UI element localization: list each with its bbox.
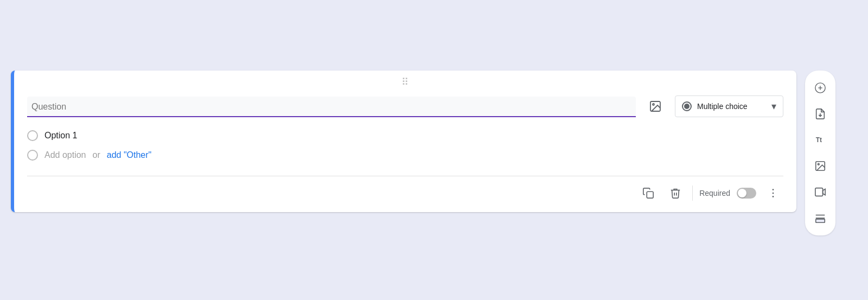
required-toggle-wrapper[interactable] [737, 188, 756, 199]
copy-button[interactable] [638, 183, 659, 203]
svg-point-4 [773, 192, 774, 194]
add-option-row[interactable]: Add option or add "Other" [27, 145, 783, 165]
question-type-selector[interactable]: Multiple choice ▾ [675, 95, 783, 117]
or-label: or [93, 150, 100, 160]
svg-rect-13 [815, 188, 823, 196]
add-question-button[interactable] [808, 76, 832, 100]
add-other-link[interactable]: add "Other" [107, 150, 152, 160]
option-row-1: Option 1 [27, 126, 783, 145]
svg-rect-2 [647, 192, 653, 198]
required-label: Required [699, 189, 730, 197]
toggle-knob [738, 189, 746, 197]
add-option-label[interactable]: Add option [44, 150, 86, 160]
svg-point-5 [773, 196, 774, 197]
option-radio-1 [27, 130, 38, 141]
add-image-button[interactable] [808, 154, 832, 178]
add-video-button[interactable] [808, 180, 832, 204]
add-option-radio [27, 150, 38, 161]
required-toggle[interactable] [737, 188, 756, 199]
delete-button[interactable] [665, 183, 686, 203]
question-input[interactable] [27, 97, 636, 116]
type-selector-label: Multiple choice [697, 102, 766, 111]
radio-icon [682, 101, 692, 111]
card-footer: Required [14, 176, 796, 203]
import-questions-button[interactable] [808, 102, 832, 126]
add-title-button[interactable]: Tt [808, 128, 832, 152]
svg-point-1 [653, 104, 654, 105]
footer-separator [692, 186, 693, 201]
card-top: Multiple choice ▾ [14, 91, 796, 117]
question-input-wrapper [27, 97, 636, 117]
radio-inner [684, 104, 690, 109]
add-section-button[interactable] [808, 206, 832, 230]
svg-rect-18 [816, 219, 825, 222]
question-card: ⠿ Multiple choice ▾ [11, 71, 796, 212]
more-options-button[interactable] [763, 185, 783, 201]
svg-point-3 [773, 189, 774, 190]
svg-text:Tt: Tt [816, 136, 822, 143]
right-sidebar: Tt [805, 71, 835, 235]
question-underline [27, 116, 636, 117]
svg-marker-14 [823, 189, 826, 195]
drag-handle[interactable]: ⠿ [14, 71, 796, 91]
chevron-down-icon: ▾ [771, 100, 776, 112]
option-1-label: Option 1 [44, 131, 77, 141]
question-image-button[interactable] [644, 95, 666, 117]
options-section: Option 1 Add option or add "Other" [14, 117, 796, 169]
svg-point-12 [818, 163, 819, 165]
